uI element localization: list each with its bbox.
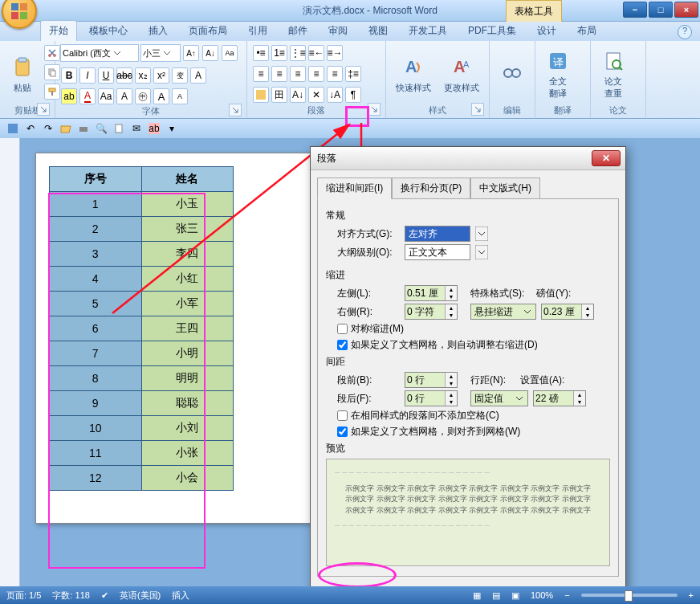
font-name-combo[interactable]: Calibri (西文 bbox=[60, 44, 139, 62]
bold-icon[interactable]: B bbox=[61, 67, 77, 84]
zoom-slider[interactable] bbox=[581, 594, 678, 597]
enclose-icon[interactable]: ㊥ bbox=[135, 88, 151, 104]
qat-open-icon[interactable] bbox=[59, 121, 73, 136]
snap-grid-checkbox[interactable] bbox=[337, 426, 348, 437]
paste-button[interactable]: 粘贴 bbox=[5, 44, 40, 104]
minimize-button[interactable]: − bbox=[623, 2, 647, 18]
borders-icon[interactable]: 田 bbox=[271, 87, 287, 103]
grow-font-icon[interactable]: A↑ bbox=[183, 45, 199, 61]
mirror-indent-checkbox[interactable] bbox=[337, 324, 348, 334]
view-read-icon[interactable]: ▤ bbox=[492, 590, 500, 601]
align-right-icon[interactable]: ≡ bbox=[290, 66, 306, 82]
document-table[interactable]: 序号姓名 1小玉 2张三 3李四 4小红 5小军 6王四 7小明 8明明 9聪聪… bbox=[49, 166, 234, 491]
shrink-font-icon[interactable]: A↓ bbox=[202, 45, 218, 61]
numbering-icon[interactable]: 1≡ bbox=[271, 45, 287, 61]
char-shading-icon[interactable]: A bbox=[116, 88, 132, 104]
tab-design[interactable]: 设计 bbox=[528, 20, 565, 41]
zoom-in-icon[interactable]: + bbox=[689, 590, 694, 600]
table-header[interactable]: 姓名 bbox=[141, 167, 234, 192]
tab-review[interactable]: 审阅 bbox=[319, 20, 356, 41]
justify-icon[interactable]: ≡ bbox=[308, 66, 324, 82]
bullets-icon[interactable]: •≡ bbox=[253, 45, 269, 61]
tab-layout[interactable]: 页面布局 bbox=[180, 20, 236, 41]
qat-print-icon[interactable] bbox=[76, 121, 91, 136]
zoom-level[interactable]: 100% bbox=[531, 590, 553, 600]
quick-styles-button[interactable]: A快速样式 bbox=[391, 44, 436, 104]
status-proof-icon[interactable]: ✔ bbox=[101, 590, 108, 601]
tab-pdf[interactable]: PDF工具集 bbox=[459, 20, 525, 41]
qat-more-icon[interactable]: ▾ bbox=[165, 121, 179, 136]
clipboard-launcher[interactable] bbox=[37, 103, 50, 116]
qat-highlight-icon[interactable]: ab bbox=[147, 121, 161, 136]
special-format-select[interactable]: 悬挂缩进 bbox=[470, 304, 536, 320]
tab-template[interactable]: 模板中心 bbox=[80, 20, 136, 41]
tab-table-layout[interactable]: 布局 bbox=[568, 20, 605, 41]
tab-view[interactable]: 视图 bbox=[360, 20, 397, 41]
align-left-icon[interactable]: ≡ bbox=[253, 66, 269, 82]
indent-inc-icon[interactable]: ≡→ bbox=[327, 45, 343, 61]
sort2-icon[interactable]: ↓A bbox=[327, 87, 343, 103]
translate-button[interactable]: 译全文 翻译 bbox=[540, 44, 576, 104]
tab-references[interactable]: 引用 bbox=[239, 20, 276, 41]
indent-dec-icon[interactable]: ≡← bbox=[308, 45, 324, 61]
subscript-icon[interactable]: x₂ bbox=[135, 67, 151, 84]
font-launcher[interactable] bbox=[229, 104, 242, 116]
phonetic-icon[interactable]: 变 bbox=[172, 67, 188, 84]
before-spinner[interactable]: 0 行▴▾ bbox=[405, 372, 458, 388]
status-page[interactable]: 页面: 1/5 bbox=[6, 590, 41, 602]
view-web-icon[interactable]: ▣ bbox=[511, 590, 519, 601]
dialog-tab-chinese[interactable]: 中文版式(H) bbox=[470, 178, 540, 199]
status-words[interactable]: 字数: 118 bbox=[52, 590, 89, 602]
styles-launcher[interactable] bbox=[471, 103, 484, 116]
chevron-down-icon[interactable] bbox=[475, 226, 488, 241]
table-header[interactable]: 序号 bbox=[50, 167, 142, 192]
sort-icon[interactable]: A↓ bbox=[290, 87, 306, 103]
thesis-check-button[interactable]: 论文 查重 bbox=[596, 44, 631, 104]
tab-home[interactable]: 开始 bbox=[40, 20, 77, 41]
superscript-icon[interactable]: x² bbox=[153, 67, 169, 84]
no-space-checkbox[interactable] bbox=[337, 410, 348, 421]
indent-right-spinner[interactable]: 0 字符▴▾ bbox=[405, 304, 458, 320]
line-spacing-select[interactable]: 固定值 bbox=[470, 390, 528, 406]
after-spinner[interactable]: 0 行▴▾ bbox=[405, 390, 458, 406]
font-size-combo[interactable]: 小三 bbox=[140, 44, 181, 62]
qat-undo-icon[interactable]: ↶ bbox=[23, 121, 38, 136]
dialog-tab-indent[interactable]: 缩进和间距(I) bbox=[317, 178, 392, 199]
show-marks-icon[interactable]: ¶ bbox=[345, 87, 361, 103]
view-print-icon[interactable]: ▦ bbox=[473, 590, 481, 601]
change-case-icon[interactable]: Aa bbox=[98, 88, 114, 104]
outline-select[interactable]: 正文文本 bbox=[405, 244, 470, 260]
help-icon[interactable]: ? bbox=[678, 25, 692, 39]
vertical-ruler[interactable] bbox=[0, 138, 20, 586]
change-styles-button[interactable]: AA更改样式 bbox=[439, 44, 484, 104]
status-insert[interactable]: 插入 bbox=[172, 590, 189, 602]
qat-save-icon[interactable] bbox=[6, 121, 20, 136]
qat-new-icon[interactable] bbox=[112, 121, 126, 136]
chevron-down-icon[interactable] bbox=[475, 245, 488, 259]
align-center-icon[interactable]: ≡ bbox=[271, 66, 287, 82]
dialog-titlebar[interactable]: 段落✕ bbox=[311, 147, 625, 170]
qat-mail-icon[interactable]: ✉ bbox=[129, 121, 144, 136]
line-at-spinner[interactable]: 22 磅▴▾ bbox=[533, 390, 586, 406]
maximize-button[interactable]: □ bbox=[649, 2, 673, 18]
qat-preview-icon[interactable]: 🔍 bbox=[94, 121, 108, 136]
auto-indent-checkbox[interactable] bbox=[337, 340, 348, 350]
strike-icon[interactable]: abc bbox=[116, 67, 132, 84]
multilevel-icon[interactable]: ⋮≡ bbox=[290, 45, 306, 61]
indent-left-spinner[interactable]: 0.51 厘▴▾ bbox=[405, 285, 458, 301]
underline-icon[interactable]: U bbox=[98, 67, 114, 84]
shading-icon[interactable] bbox=[253, 87, 269, 103]
close-button[interactable]: × bbox=[674, 2, 698, 18]
char-border-icon[interactable]: A bbox=[190, 67, 206, 84]
zoom-out-icon[interactable]: − bbox=[564, 590, 569, 600]
clear-format-icon[interactable]: Aa bbox=[222, 45, 238, 61]
distribute-icon[interactable]: ≡ bbox=[327, 66, 343, 82]
line-spacing-icon[interactable]: ‡≡ bbox=[345, 66, 361, 82]
dialog-close-button[interactable]: ✕ bbox=[592, 150, 621, 166]
qat-redo-icon[interactable]: ↷ bbox=[41, 121, 55, 136]
dialog-tab-break[interactable]: 换行和分页(P) bbox=[392, 178, 470, 199]
shrink-a-icon[interactable]: A bbox=[172, 88, 188, 104]
tab-devtools[interactable]: 开发工具 bbox=[400, 20, 456, 41]
tab-insert[interactable]: 插入 bbox=[140, 20, 177, 41]
highlight-icon[interactable]: ab bbox=[61, 88, 77, 104]
